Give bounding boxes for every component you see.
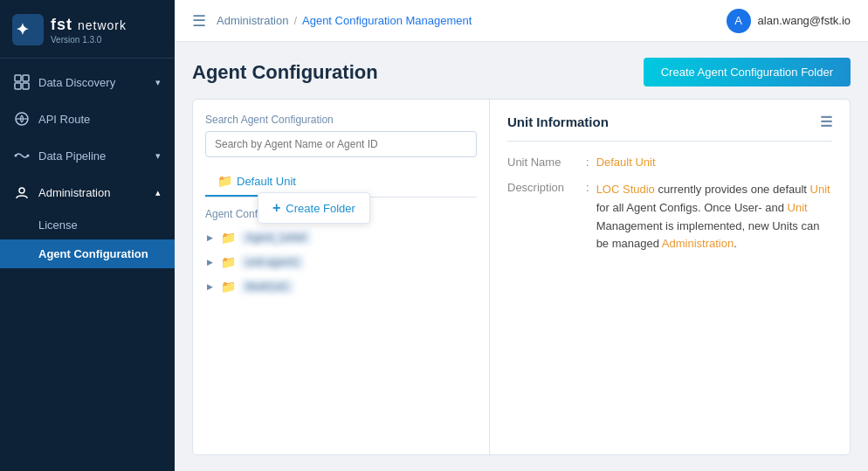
- sidebar-item-administration[interactable]: Administration ▴: [0, 174, 175, 211]
- svg-text:✦: ✦: [16, 21, 29, 38]
- breadcrumb-admin[interactable]: Administration: [217, 14, 288, 27]
- list-icon: ☰: [820, 114, 832, 130]
- breadcrumb-separator: /: [293, 14, 297, 27]
- chevron-up-icon: ▴: [155, 187, 161, 198]
- tab-label: Default Unit: [237, 175, 296, 188]
- folder-icon: 📁: [221, 255, 236, 269]
- left-panel: Search Agent Configuration 📁 Default Uni…: [193, 100, 490, 454]
- sidebar-logo: ✦ fst network Version 1.3.0: [0, 0, 175, 52]
- explorer-list: ▶ 📁 Agent_1d4ef ▶ 📁 unit-agent1 ▶ 📁 Mult…: [205, 227, 477, 297]
- sidebar: ✦ fst network Version 1.3.0 Data Discove…: [0, 0, 175, 471]
- user-email: alan.wang@fstk.io: [758, 14, 851, 27]
- sidebar-item-label-administration: Administration: [38, 186, 110, 199]
- plus-icon: +: [272, 200, 280, 216]
- sidebar-item-label-data-pipeline: Data Pipeline: [38, 149, 106, 163]
- search-label: Search Agent Configuration: [205, 114, 477, 126]
- sidebar-sub-label-license: License: [38, 218, 78, 232]
- description-row: Description : LOC Studio currently provi…: [507, 181, 832, 253]
- sidebar-divider: [0, 58, 175, 59]
- sidebar-item-license[interactable]: License: [0, 211, 175, 239]
- data-discovery-icon: [14, 74, 30, 90]
- page-header: Agent Configuration Create Agent Configu…: [192, 58, 851, 87]
- sidebar-item-api-route[interactable]: API Route: [0, 100, 175, 137]
- topbar: ☰ Administration / Agent Configuration M…: [175, 0, 868, 42]
- panels-container: Search Agent Configuration 📁 Default Uni…: [192, 99, 851, 455]
- panel-section-title: Unit Information ☰: [507, 114, 832, 142]
- svg-point-9: [27, 155, 30, 157]
- administration-icon: [14, 184, 30, 200]
- user-area: A alan.wang@fstk.io: [727, 9, 851, 33]
- description-label: Description: [507, 181, 586, 194]
- explorer-item[interactable]: ▶ 📁 unit-agent1: [205, 252, 477, 273]
- breadcrumb-current: Agent Configuration Management: [302, 14, 472, 27]
- unit-name-colon: :: [586, 156, 589, 169]
- unit-information-title: Unit Information: [507, 114, 609, 129]
- explorer-item-name-3: Multi1st1: [241, 280, 293, 294]
- sidebar-item-label-api-route: API Route: [38, 113, 90, 126]
- tab-folder-icon: 📁: [217, 174, 232, 188]
- folder-icon: 📁: [221, 231, 236, 245]
- svg-rect-5: [23, 83, 29, 89]
- unit-name-label: Unit Name: [507, 156, 586, 169]
- page-title: Agent Configuration: [192, 61, 378, 84]
- description-colon: :: [586, 181, 589, 194]
- sidebar-item-agent-configuration[interactable]: Agent Configuration: [0, 239, 175, 268]
- chevron-down-icon: ▾: [155, 77, 161, 88]
- sidebar-item-label-data-discovery: Data Discovery: [38, 76, 115, 89]
- menu-icon[interactable]: ☰: [192, 11, 206, 31]
- unit-name-value: Default Unit: [596, 156, 656, 169]
- explorer-item-name-1: Agent_1d4ef: [241, 231, 311, 245]
- avatar: A: [727, 9, 751, 33]
- folder-icon: 📁: [221, 280, 236, 294]
- sidebar-item-data-pipeline[interactable]: Data Pipeline ▾: [0, 137, 175, 174]
- svg-rect-2: [15, 75, 21, 81]
- svg-point-8: [15, 155, 17, 157]
- caret-icon: ▶: [207, 233, 216, 242]
- caret-icon: ▶: [207, 258, 216, 267]
- svg-rect-4: [15, 83, 21, 89]
- api-route-icon: [14, 111, 30, 127]
- sidebar-item-data-discovery[interactable]: Data Discovery ▾: [0, 64, 175, 100]
- create-folder-label: Create Folder: [286, 202, 355, 215]
- search-input[interactable]: [205, 131, 477, 157]
- svg-rect-3: [23, 75, 29, 81]
- svg-point-10: [19, 188, 24, 193]
- logo-name: fst network: [51, 16, 127, 34]
- tabs-row: 📁 Default Unit + Create Folder: [205, 168, 477, 197]
- content-area: Agent Configuration Create Agent Configu…: [175, 42, 868, 471]
- logo-text: fst network Version 1.3.0: [51, 16, 127, 45]
- explorer-item[interactable]: ▶ 📁 Multi1st1: [205, 276, 477, 297]
- chevron-down-icon-pipeline: ▾: [155, 150, 161, 162]
- breadcrumb: Administration / Agent Configuration Man…: [217, 14, 472, 27]
- explorer-item[interactable]: ▶ 📁 Agent_1d4ef: [205, 227, 477, 248]
- main-content: ☰ Administration / Agent Configuration M…: [175, 0, 868, 471]
- caret-icon: ▶: [207, 282, 216, 291]
- create-folder-popup[interactable]: + Create Folder: [258, 192, 370, 224]
- fst-logo-icon: ✦: [12, 14, 44, 45]
- unit-name-row: Unit Name : Default Unit: [507, 156, 832, 169]
- data-pipeline-icon: [14, 148, 30, 163]
- right-panel: Unit Information ☰ Unit Name : Default U…: [490, 100, 850, 454]
- logo-version: Version 1.3.0: [51, 35, 127, 45]
- create-agent-config-folder-button[interactable]: Create Agent Configuration Folder: [644, 58, 851, 87]
- explorer-item-name-2: unit-agent1: [241, 255, 304, 269]
- sidebar-sub-label-agent-config: Agent Configuration: [38, 247, 148, 260]
- description-text: LOC Studio currently provides one defaul…: [596, 181, 832, 253]
